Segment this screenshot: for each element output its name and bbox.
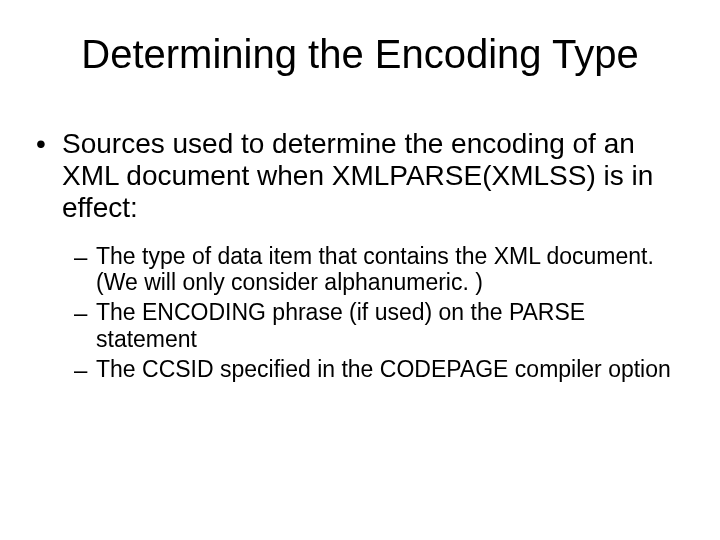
bullet-level1: Sources used to determine the encoding o… <box>36 128 684 225</box>
bullet-level2: The type of data item that contains the … <box>74 243 684 296</box>
bullet-level2-group: The type of data item that contains the … <box>74 243 684 383</box>
bullet-level2: The CCSID specified in the CODEPAGE comp… <box>74 356 684 382</box>
bullet-level2: The ENCODING phrase (if used) on the PAR… <box>74 299 684 352</box>
slide: Determining the Encoding Type Sources us… <box>0 0 720 540</box>
slide-title: Determining the Encoding Type <box>36 32 684 76</box>
